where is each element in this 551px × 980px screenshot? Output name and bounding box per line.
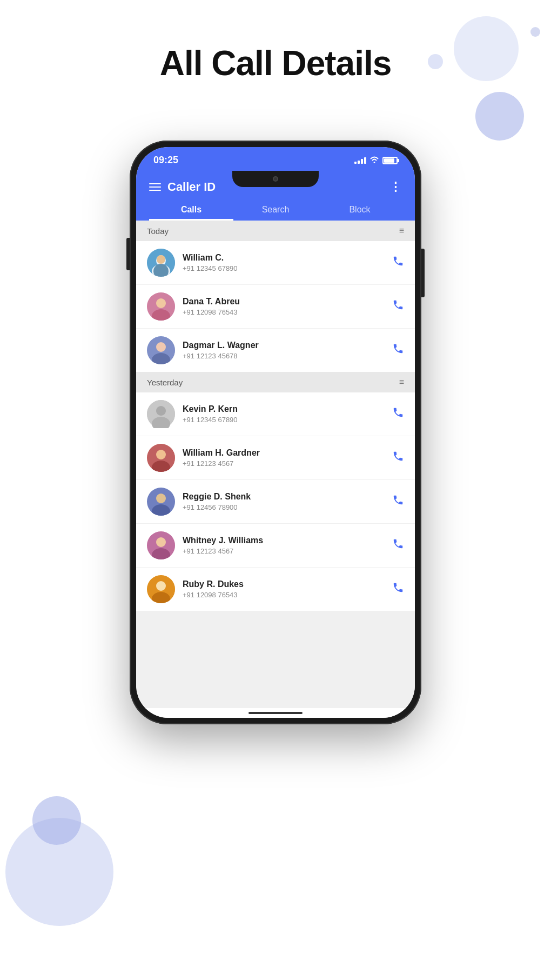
contact-name: Kevin P. Kern: [183, 404, 392, 414]
svg-point-9: [156, 342, 166, 352]
home-bar-line: [248, 712, 303, 714]
signal-bar-2: [358, 161, 360, 164]
signal-bars: [354, 157, 366, 164]
avatar-reggie: [147, 488, 175, 516]
deco-circle-4: [530, 27, 540, 37]
home-bar: [136, 708, 415, 718]
contact-info-kevin: Kevin P. Kern +91 12345 67890: [183, 404, 392, 424]
avatar-img-dagmar: [147, 336, 175, 364]
signal-bar-1: [354, 162, 357, 164]
contact-phone: +91 12123 45678: [183, 352, 392, 360]
svg-point-21: [156, 537, 166, 547]
svg-point-15: [156, 450, 166, 459]
call-button-william-c[interactable]: [392, 255, 404, 270]
section-label-yesterday: Yesterday: [147, 378, 183, 387]
call-item: Dagmar L. Wagner +91 12123 45678: [136, 329, 415, 372]
call-item: Reggie D. Shenk +91 12456 78900: [136, 480, 415, 524]
tab-block[interactable]: Block: [318, 201, 402, 221]
contact-phone: +91 12123 4567: [183, 459, 392, 468]
contact-info-dana: Dana T. Abreu +91 12098 76543: [183, 297, 392, 316]
contact-info-ruby: Ruby R. Dukes +91 12098 76543: [183, 579, 392, 599]
contact-name: Dana T. Abreu: [183, 297, 392, 306]
avatar-william-c: [147, 249, 175, 277]
svg-point-6: [156, 298, 166, 308]
menu-line-1: [149, 183, 161, 184]
contact-info-whitney: Whitney J. Williams +91 12123 4567: [183, 536, 392, 555]
phone-screen: 09:25: [136, 147, 415, 718]
signal-bar-3: [361, 159, 363, 164]
avatar-whitney: [147, 531, 175, 559]
contact-phone: +91 12098 76543: [183, 591, 392, 599]
call-item: William C. +91 12345 67890: [136, 241, 415, 285]
avatar-img-kevin: [147, 400, 175, 428]
svg-point-18: [156, 494, 166, 503]
wifi-icon: [369, 156, 379, 165]
contact-info-dagmar: Dagmar L. Wagner +91 12123 45678: [183, 341, 392, 360]
filter-icon-today[interactable]: ≡: [399, 226, 404, 236]
deco-circle-6: [32, 796, 81, 845]
contact-info-reggie: Reggie D. Shenk +91 12456 78900: [183, 492, 392, 511]
signal-bar-4: [364, 157, 366, 164]
contact-name: William H. Gardner: [183, 448, 392, 458]
avatar-dana: [147, 292, 175, 321]
avatar-img-whitney: [147, 531, 175, 559]
avatar-img-william-g: [147, 444, 175, 472]
call-list-today: William C. +91 12345 67890: [136, 241, 415, 372]
menu-line-3: [149, 190, 161, 191]
contact-phone: +91 12098 76543: [183, 308, 392, 316]
phone-frame: 09:25: [130, 141, 421, 724]
call-item: Ruby R. Dukes +91 12098 76543: [136, 568, 415, 611]
call-button-dana[interactable]: [392, 299, 404, 314]
call-item: Dana T. Abreu +91 12098 76543: [136, 285, 415, 329]
contact-name: Whitney J. Williams: [183, 536, 392, 545]
call-item: William H. Gardner +91 12123 4567: [136, 436, 415, 480]
avatar-img-reggie: [147, 488, 175, 516]
contact-name: Dagmar L. Wagner: [183, 341, 392, 350]
tab-calls[interactable]: Calls: [149, 201, 233, 221]
contact-phone: +91 12456 78900: [183, 503, 392, 511]
tabs: Calls Search Block: [149, 201, 402, 221]
contact-name: Ruby R. Dukes: [183, 579, 392, 589]
phone-notch: [232, 171, 319, 187]
more-options-icon[interactable]: ⋮: [389, 180, 402, 194]
avatar-kevin: [147, 400, 175, 428]
menu-line-2: [149, 186, 161, 188]
avatar-ruby: [147, 575, 175, 603]
call-item: Kevin P. Kern +91 12345 67890: [136, 392, 415, 436]
call-item: Whitney J. Williams +91 12123 4567: [136, 524, 415, 568]
svg-point-12: [156, 406, 166, 416]
section-header-yesterday: Yesterday ≡: [136, 372, 415, 392]
section-label-today: Today: [147, 226, 169, 236]
status-icons: [354, 156, 398, 165]
contact-info-william-g: William H. Gardner +91 12123 4567: [183, 448, 392, 468]
camera-dot: [273, 176, 278, 182]
deco-circle-2: [475, 92, 524, 141]
call-button-dagmar[interactable]: [392, 343, 404, 358]
menu-icon[interactable]: [149, 183, 161, 191]
avatar-william-g: [147, 444, 175, 472]
battery-fill: [384, 158, 394, 163]
content-area: Today ≡ Will: [136, 221, 415, 708]
avatar-img-william-c: [147, 249, 175, 277]
avatar-img-ruby: [147, 575, 175, 603]
call-list-yesterday: Kevin P. Kern +91 12345 67890: [136, 392, 415, 611]
page-title: All Call Details: [0, 43, 551, 83]
contact-phone: +91 12345 67890: [183, 264, 392, 272]
svg-point-24: [156, 581, 166, 591]
contact-phone: +91 12123 4567: [183, 547, 392, 555]
call-button-reggie[interactable]: [392, 494, 404, 509]
contact-info-william-c: William C. +91 12345 67890: [183, 253, 392, 272]
section-header-today: Today ≡: [136, 221, 415, 241]
call-button-william-g[interactable]: [392, 450, 404, 465]
call-button-ruby[interactable]: [392, 582, 404, 597]
call-button-whitney[interactable]: [392, 538, 404, 553]
filter-icon-yesterday[interactable]: ≡: [399, 377, 404, 387]
avatar-dagmar: [147, 336, 175, 364]
contact-phone: +91 12345 67890: [183, 416, 392, 424]
tab-search[interactable]: Search: [233, 201, 318, 221]
status-bar: 09:25: [136, 147, 415, 170]
call-button-kevin[interactable]: [392, 406, 404, 422]
battery-icon: [382, 157, 398, 164]
svg-point-3: [157, 255, 165, 264]
avatar-img-dana: [147, 292, 175, 321]
